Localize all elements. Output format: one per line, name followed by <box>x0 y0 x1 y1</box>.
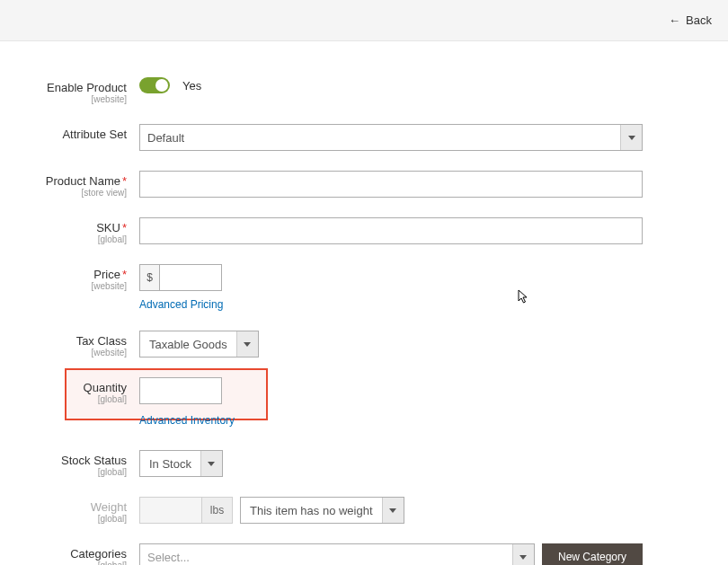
select-attribute-set[interactable]: Default <box>139 124 643 151</box>
scope-weight: [global] <box>0 514 127 524</box>
select-tax-class[interactable]: Taxable Goods <box>139 331 259 358</box>
back-button[interactable]: ← Back <box>669 13 712 27</box>
input-price[interactable]: $ <box>139 264 222 291</box>
chevron-down-icon <box>200 451 222 476</box>
button-new-category[interactable]: New Category <box>542 543 643 565</box>
arrow-left-icon: ← <box>669 13 680 27</box>
label-qty: Quantity <box>0 381 127 394</box>
input-weight: lbs <box>139 497 233 524</box>
select-weight-type[interactable]: This item has no weight <box>240 497 404 524</box>
row-stock-status: Stock Status [global] In Stock <box>0 450 728 477</box>
row-price: Price* [website] $ Advanced Pricing <box>0 264 728 311</box>
tax-value: Taxable Goods <box>140 331 236 357</box>
product-form: Enable Product [website] Yes Attribute S… <box>0 41 728 565</box>
scope-tax: [website] <box>0 348 127 358</box>
link-advanced-inventory[interactable]: Advanced Inventory <box>139 414 643 427</box>
row-tax-class: Tax Class [website] Taxable Goods <box>0 331 728 358</box>
topbar: ← Back <box>0 0 728 41</box>
chevron-down-icon <box>512 544 534 565</box>
scope-qty: [global] <box>0 394 127 404</box>
scope-name: [store view] <box>0 188 127 198</box>
scope-enable: [website] <box>0 94 127 104</box>
row-sku: SKU* [global] <box>0 217 728 244</box>
label-name: Product Name* <box>0 174 127 188</box>
label-attrset: Attribute Set <box>0 128 127 141</box>
label-stock: Stock Status <box>0 454 127 467</box>
row-quantity: Quantity [global] Advanced Inventory <box>0 377 728 427</box>
scope-sku: [global] <box>0 234 127 244</box>
chevron-down-icon <box>620 125 642 150</box>
select-attrset-value: Default <box>147 131 184 145</box>
price-field[interactable] <box>160 265 221 290</box>
toggle-value: Yes <box>182 79 201 93</box>
row-enable-product: Enable Product [website] Yes <box>0 77 728 104</box>
label-price: Price* <box>0 268 127 281</box>
label-weight: Weight <box>0 500 127 514</box>
scope-stock: [global] <box>0 467 127 477</box>
label-sku: SKU* <box>0 221 127 234</box>
label-tax: Tax Class <box>0 334 127 348</box>
scope-categories: [global] <box>0 561 127 565</box>
row-product-name: Product Name* [store view] <box>0 171 728 198</box>
select-categories[interactable]: Select... <box>139 543 535 565</box>
weight-type-value: This item has no weight <box>241 498 382 523</box>
link-advanced-pricing[interactable]: Advanced Pricing <box>139 298 643 311</box>
chevron-down-icon <box>382 498 404 523</box>
weight-field <box>140 498 201 523</box>
label-categories: Categories <box>0 547 127 561</box>
scope-price: [website] <box>0 281 127 291</box>
currency-prefix: $ <box>140 265 160 290</box>
row-attribute-set: Attribute Set Default <box>0 124 728 151</box>
toggle-enable-product[interactable] <box>139 77 170 93</box>
select-stock-status[interactable]: In Stock <box>139 450 223 477</box>
row-categories: Categories [global] Select... New Catego… <box>0 543 728 565</box>
input-product-name[interactable] <box>139 171 643 198</box>
input-quantity[interactable] <box>139 377 222 404</box>
categories-placeholder: Select... <box>147 551 190 564</box>
back-label: Back <box>686 13 712 27</box>
weight-unit: lbs <box>201 498 232 523</box>
label-enable: Enable Product <box>0 81 127 94</box>
row-weight: Weight [global] lbs This item has no wei… <box>0 497 728 524</box>
chevron-down-icon <box>236 331 258 357</box>
stock-value: In Stock <box>140 451 200 476</box>
input-sku[interactable] <box>139 217 643 244</box>
